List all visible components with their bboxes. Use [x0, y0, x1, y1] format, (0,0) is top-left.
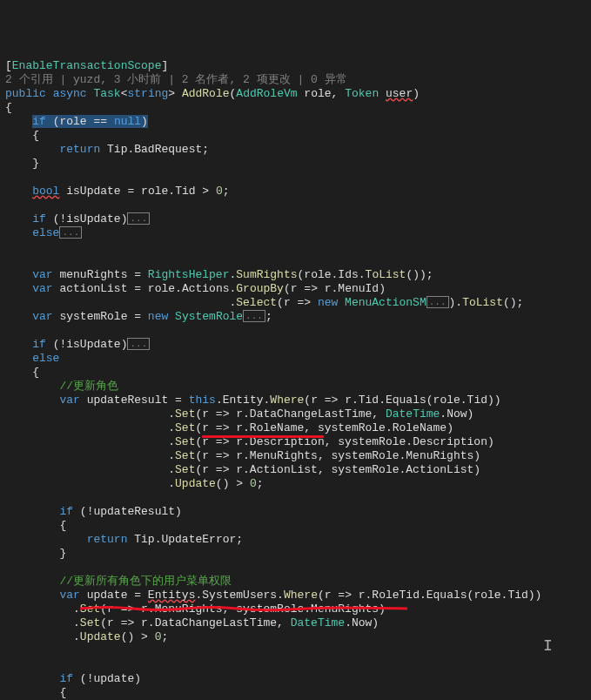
kw: public: [5, 87, 46, 100]
codelens[interactable]: 2 个引用 | yuzd, 3 小时前 | 2 名作者, 2 项更改 | 0 异…: [5, 73, 347, 86]
fold-icon[interactable]: ...: [243, 310, 265, 322]
annotation-underline: [80, 592, 407, 596]
type: Task: [93, 87, 120, 100]
fold-icon[interactable]: ...: [127, 212, 150, 225]
fold-icon[interactable]: ...: [127, 338, 150, 350]
kw: else: [32, 352, 59, 365]
annotation-underline: [202, 435, 324, 438]
kw: if: [32, 212, 46, 225]
kw: var: [32, 268, 52, 281]
fold-icon[interactable]: ...: [426, 296, 449, 308]
attribute-name: EnableTransactionScope: [12, 59, 162, 72]
method-name: AddRole: [182, 87, 230, 100]
kw: return: [59, 143, 100, 156]
param-name: user: [386, 87, 413, 100]
param-type: Token: [345, 87, 379, 100]
selection: if (role == null): [32, 115, 148, 128]
kw-bool: bool: [32, 185, 59, 198]
type: string: [127, 87, 168, 100]
attr-bracket: ]: [161, 59, 168, 72]
fold-icon[interactable]: ...: [59, 226, 82, 239]
kw: var: [32, 282, 52, 295]
kw: async: [53, 87, 87, 100]
brace: {: [5, 101, 12, 114]
text-cursor-icon: I: [543, 639, 553, 653]
comment: //更新所有角色下的用户菜单权限: [59, 575, 232, 588]
kw: if: [32, 338, 46, 351]
kw: else: [32, 226, 59, 239]
ident: isUpdate: [66, 185, 120, 198]
kw: var: [32, 310, 52, 323]
ident: Tip: [107, 143, 127, 156]
comment: //更新角色: [59, 380, 118, 393]
param-type: AddRoleVm: [236, 87, 297, 100]
attr-bracket: [: [5, 59, 12, 72]
param-name: role: [304, 87, 331, 100]
ident: BadRequest: [134, 143, 202, 156]
